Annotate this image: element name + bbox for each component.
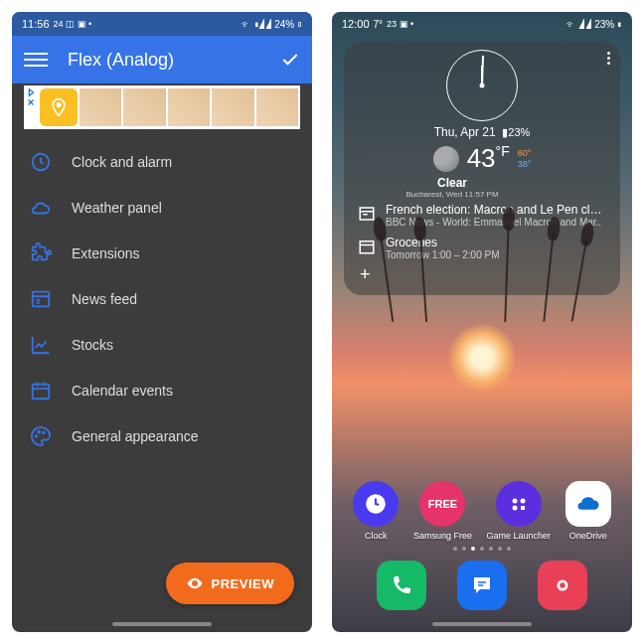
ad-thumbnail (168, 88, 210, 126)
status-icons-left: 23 ▣ • (387, 19, 413, 29)
samsung-free-icon: FREE (419, 481, 465, 527)
hi-lo: 60 38 (518, 148, 532, 169)
clock-app-icon (353, 481, 399, 527)
widget-menu-icon[interactable] (607, 52, 610, 65)
svg-point-0 (57, 102, 62, 107)
hamburger-icon[interactable] (24, 48, 48, 72)
app-bar: Flex (Analog) (12, 36, 312, 83)
menu-extensions[interactable]: Extensions (12, 231, 312, 276)
preview-label: PREVIEW (212, 576, 274, 591)
calendar-item[interactable]: GroceriesTomorrow 1:00 – 2:00 PM (358, 232, 606, 264)
svg-rect-14 (521, 506, 525, 510)
menu-label: Calendar events (72, 383, 173, 399)
news-icon (358, 205, 376, 223)
status-icons-right: ᯤ ▮◢ ◢ 24% ▯ (242, 19, 302, 30)
svg-point-5 (38, 431, 40, 433)
menu-label: Extensions (72, 245, 139, 261)
status-bar: 12:00 7° 23 ▣ • ᯤ ◢ ◢ 23% ▮ (332, 12, 632, 36)
messages-app[interactable] (457, 561, 507, 610)
nav-handle[interactable] (112, 622, 212, 626)
menu-label: Weather panel (72, 200, 162, 216)
menu-appearance[interactable]: General appearance (12, 413, 312, 459)
camera-app[interactable] (538, 561, 587, 610)
eye-icon (186, 574, 204, 592)
moon-icon (433, 146, 459, 172)
svg-point-6 (43, 431, 45, 433)
status-bar: 11:56 24 ◫ ▣ • ᯤ ▮◢ ◢ 24% ▯ (12, 12, 312, 36)
settings-screen: 11:56 24 ◫ ▣ • ᯤ ▮◢ ◢ 24% ▯ Flex (Analog… (12, 12, 312, 632)
cloud-icon (30, 197, 52, 219)
menu-weather[interactable]: Weather panel (12, 185, 312, 231)
confirm-icon[interactable] (280, 50, 300, 70)
game-launcher-icon (496, 481, 542, 527)
svg-point-12 (520, 499, 525, 504)
calendar-icon (358, 238, 376, 255)
phone-app[interactable] (377, 561, 426, 610)
temperature: 43 (467, 143, 496, 173)
ad-thumbnail (123, 88, 165, 126)
calendar-icon (30, 380, 52, 402)
app-onedrive[interactable]: OneDrive (565, 481, 611, 541)
svg-point-7 (193, 582, 196, 585)
status-icons-right: ᯤ ◢ ◢ 23% ▮ (566, 19, 622, 30)
ad-badge-icon (26, 87, 38, 107)
wallpaper (332, 299, 632, 481)
app-samsung-free[interactable]: FREE Samsung Free (413, 481, 472, 541)
ad-thumbnail (212, 88, 253, 126)
menu-calendar[interactable]: Calendar events (12, 368, 312, 413)
clock-icon (30, 151, 52, 173)
status-icons-left: 24 ◫ ▣ • (54, 19, 92, 29)
page-indicator[interactable] (332, 547, 632, 551)
sun-graphic (447, 323, 517, 393)
menu-label: General appearance (72, 428, 199, 444)
analog-clock (446, 50, 518, 121)
svg-point-13 (512, 506, 517, 511)
ad-thumbnail (80, 88, 121, 126)
menu-stocks[interactable]: Stocks (12, 322, 312, 368)
status-temp: 7° (374, 19, 384, 30)
preview-button[interactable]: PREVIEW (166, 563, 294, 604)
clock-weather-widget[interactable]: Thu, Apr 21 ▮23% 43°F 60 38 Clear Buchar… (344, 42, 620, 295)
app-row: Clock FREE Samsung Free Game Launcher On… (332, 481, 632, 541)
weather-condition: Clear Bucharest, Wed 11:57 PM (332, 176, 606, 199)
ad-banner[interactable] (24, 85, 300, 129)
weather-row: 43°F 60 38 (358, 143, 606, 174)
ad-app-icon (40, 88, 78, 126)
menu-label: Clock and alarm (72, 154, 172, 170)
menu-news[interactable]: News feed (12, 276, 312, 322)
date-row: Thu, Apr 21 ▮23% (358, 125, 606, 139)
svg-point-4 (36, 435, 38, 437)
svg-point-11 (512, 499, 517, 504)
ad-thumbnail (256, 88, 298, 126)
svg-rect-3 (33, 385, 50, 400)
news-item[interactable]: French election: Macron and Le Pen clas.… (358, 199, 606, 232)
settings-menu: Clock and alarm Weather panel Extensions… (12, 135, 312, 632)
minute-hand (481, 56, 484, 85)
page-title: Flex (Analog) (68, 50, 280, 71)
chart-icon (30, 334, 52, 356)
home-screen: 12:00 7° 23 ▣ • ᯤ ◢ ◢ 23% ▮ Thu, Apr 21 … (332, 12, 632, 632)
menu-label: Stocks (72, 337, 113, 353)
status-time: 11:56 (22, 18, 50, 30)
svg-point-16 (560, 582, 565, 588)
menu-label: News feed (72, 291, 137, 307)
menu-clock-alarm[interactable]: Clock and alarm (12, 139, 312, 185)
news-icon (30, 288, 52, 310)
svg-rect-2 (33, 292, 50, 307)
status-time: 12:00 (342, 18, 370, 30)
onedrive-icon (565, 481, 611, 527)
svg-rect-9 (360, 242, 374, 253)
puzzle-icon (30, 242, 52, 264)
nav-handle[interactable] (432, 622, 532, 626)
app-clock[interactable]: Clock (353, 481, 399, 541)
palette-icon (30, 425, 52, 447)
add-button[interactable]: + (358, 264, 606, 285)
app-game-launcher[interactable]: Game Launcher (487, 481, 552, 541)
